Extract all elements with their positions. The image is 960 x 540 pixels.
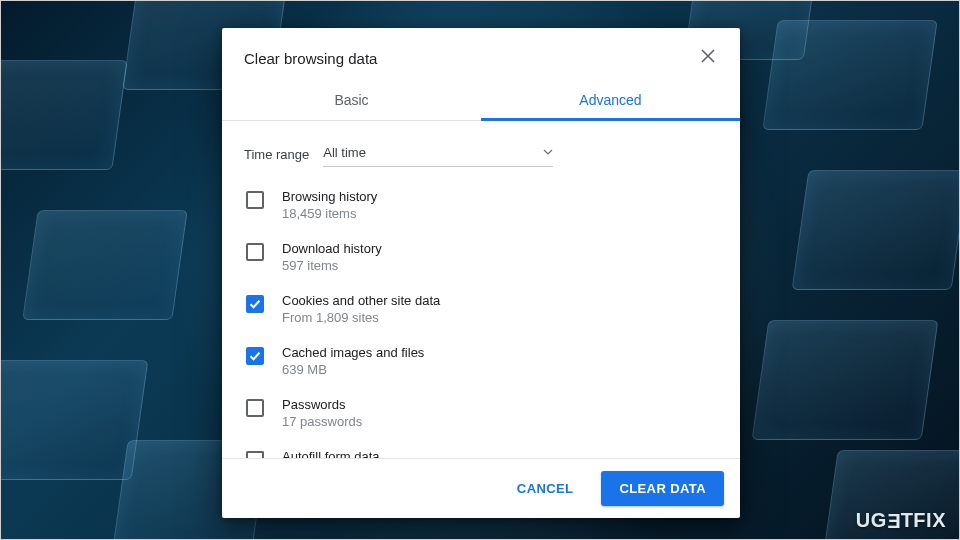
options-list: Browsing history18,459 itemsDownload his… [244, 179, 718, 458]
checkbox[interactable] [246, 243, 264, 261]
dialog-title: Clear browsing data [244, 50, 694, 67]
option-sublabel: 597 items [282, 258, 382, 273]
clear-data-button[interactable]: CLEAR DATA [601, 471, 724, 506]
checkbox[interactable] [246, 451, 264, 458]
option-row: Cookies and other site dataFrom 1,809 si… [244, 283, 718, 335]
option-row: Download history597 items [244, 231, 718, 283]
tab-basic[interactable]: Basic [222, 82, 481, 120]
time-range-value: All time [323, 145, 366, 160]
tabs: Basic Advanced [222, 82, 740, 121]
time-range-select[interactable]: All time [323, 141, 553, 167]
option-label: Cookies and other site data [282, 293, 440, 308]
chevron-down-icon [543, 145, 553, 160]
option-row: Autofill form data [244, 439, 718, 458]
option-sublabel: 639 MB [282, 362, 424, 377]
background: Clear browsing data Basic Advanced Time … [0, 0, 960, 540]
option-label: Download history [282, 241, 382, 256]
clear-browsing-data-dialog: Clear browsing data Basic Advanced Time … [222, 28, 740, 518]
option-row: Cached images and files639 MB [244, 335, 718, 387]
option-text: Download history597 items [282, 241, 382, 273]
dialog-body: Time range All time Browsing history18,4… [222, 121, 740, 458]
watermark: UGETFIX [856, 509, 946, 532]
option-sublabel: 17 passwords [282, 414, 362, 429]
option-label: Cached images and files [282, 345, 424, 360]
time-range-label: Time range [244, 147, 309, 162]
option-label: Browsing history [282, 189, 377, 204]
option-text: Browsing history18,459 items [282, 189, 377, 221]
option-row: Browsing history18,459 items [244, 179, 718, 231]
option-label: Passwords [282, 397, 362, 412]
checkbox[interactable] [246, 347, 264, 365]
option-text: Passwords17 passwords [282, 397, 362, 429]
checkbox[interactable] [246, 399, 264, 417]
option-text: Cached images and files639 MB [282, 345, 424, 377]
time-range-row: Time range All time [244, 141, 718, 167]
checkbox[interactable] [246, 295, 264, 313]
reversed-e-icon: E [887, 510, 901, 533]
tab-advanced[interactable]: Advanced [481, 82, 740, 120]
option-sublabel: From 1,809 sites [282, 310, 440, 325]
checkbox[interactable] [246, 191, 264, 209]
option-sublabel: 18,459 items [282, 206, 377, 221]
close-icon [701, 49, 715, 67]
dialog-header: Clear browsing data [222, 28, 740, 82]
option-label: Autofill form data [282, 449, 380, 458]
option-row: Passwords17 passwords [244, 387, 718, 439]
option-text: Autofill form data [282, 449, 380, 458]
dialog-footer: CANCEL CLEAR DATA [222, 458, 740, 518]
cancel-button[interactable]: CANCEL [499, 471, 592, 506]
close-button[interactable] [694, 44, 722, 72]
option-text: Cookies and other site dataFrom 1,809 si… [282, 293, 440, 325]
